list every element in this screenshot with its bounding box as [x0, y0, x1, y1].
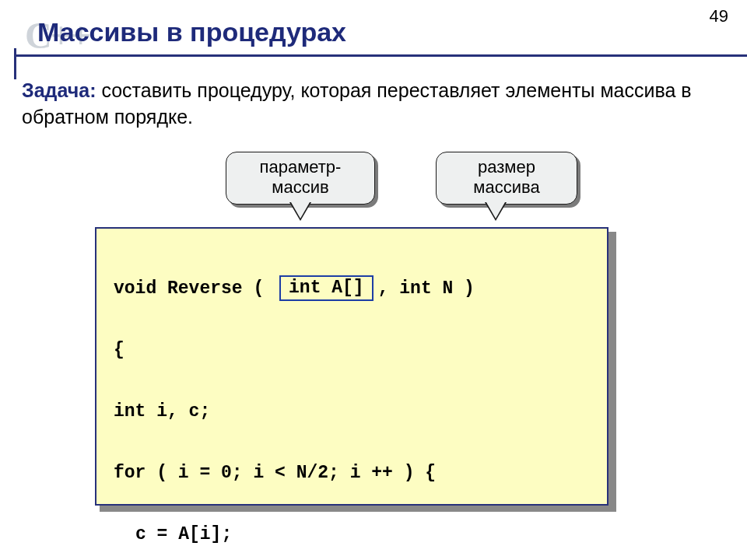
- code-line-1: void Reverse ( int A[], int N ): [114, 274, 590, 305]
- param-array-box: int A[]: [279, 275, 374, 302]
- slide-title: Массивы в процедурах: [37, 17, 346, 47]
- problem-text: Задача: составить процедуру, которая пер…: [22, 78, 725, 131]
- callout-tail: [289, 202, 311, 221]
- page-number: 49: [710, 6, 728, 26]
- problem-label: Задача:: [22, 79, 96, 101]
- code-sig-before: void Reverse (: [114, 278, 264, 299]
- code-sig-after: , int N ): [378, 278, 475, 299]
- title-rule: [14, 54, 747, 57]
- callout-size-text: размер массива: [473, 157, 539, 197]
- callout-tail: [485, 202, 507, 221]
- callout-size: размер массива: [436, 152, 577, 205]
- code-line-2: {: [114, 335, 590, 366]
- code-line-5: c = A[i];: [114, 520, 590, 551]
- code-line-3: int i, c;: [114, 397, 590, 428]
- code-line-4: for ( i = 0; i < N/2; i ++ ) {: [114, 458, 590, 489]
- problem-body: составить процедуру, которая переставляе…: [22, 79, 692, 128]
- code-block: void Reverse ( int A[], int N ) { int i,…: [95, 227, 608, 506]
- slide: 49 C++ Массивы в процедурах Задача: сост…: [0, 0, 747, 560]
- callout-param-array-text: параметр-массив: [260, 157, 342, 197]
- callout-param-array: параметр-массив: [226, 152, 375, 205]
